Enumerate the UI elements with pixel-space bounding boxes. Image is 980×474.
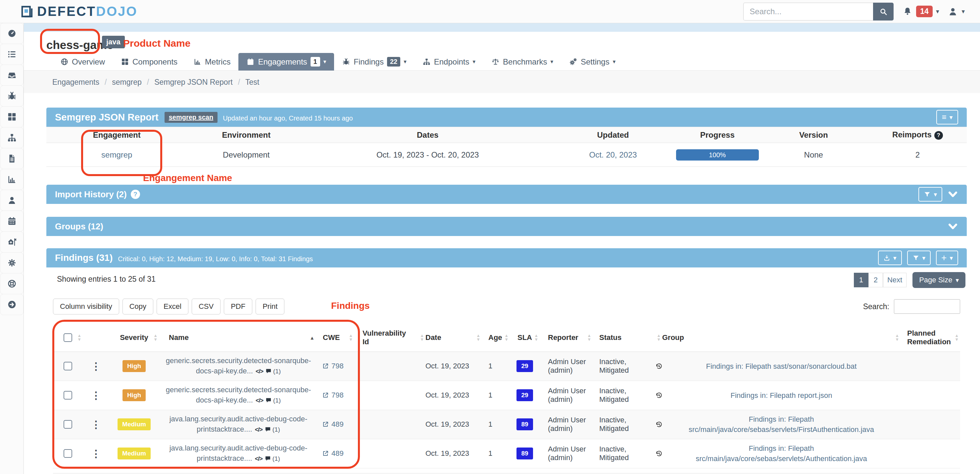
notifications-menu[interactable]: 14 ▾ xyxy=(902,6,939,17)
page-size-button[interactable]: Page Size▾ xyxy=(912,272,966,288)
cwe-link[interactable]: 798 xyxy=(318,362,354,371)
history-icon[interactable] xyxy=(655,450,662,457)
finding-name-link[interactable]: generic.secrets.security.detected-sonarq… xyxy=(166,386,311,394)
history-icon[interactable] xyxy=(655,391,662,399)
sidebar-item-users[interactable] xyxy=(0,190,24,211)
breadcrumb-engagements[interactable]: Engagements xyxy=(52,78,99,87)
report-menu-button[interactable]: ≡▾ xyxy=(936,110,958,124)
next-page-button[interactable]: Next xyxy=(883,273,907,287)
cwe-link[interactable]: 489 xyxy=(318,420,354,429)
tab-endpoints[interactable]: Endpoints▾ xyxy=(415,53,484,70)
sort-icon[interactable]: ▲▼ xyxy=(504,334,509,342)
kebab-menu-icon[interactable]: ⋮ xyxy=(91,361,101,372)
import-history-filter-button[interactable]: ▾ xyxy=(918,187,942,202)
excel-button[interactable]: Excel xyxy=(157,299,188,315)
global-search-button[interactable] xyxy=(873,3,894,21)
sort-icon[interactable]: ▲▼ xyxy=(77,334,81,342)
chevron-down-icon[interactable] xyxy=(948,221,958,232)
tab-components[interactable]: Components xyxy=(113,53,185,70)
sort-icon[interactable]: ▲▼ xyxy=(895,334,899,342)
sidebar-item-settings[interactable] xyxy=(0,252,24,274)
global-search-input[interactable] xyxy=(743,3,873,21)
sort-icon[interactable]: ▲▼ xyxy=(476,334,480,342)
pdf-button[interactable]: PDF xyxy=(224,299,252,315)
col-sla[interactable]: SLA▲▼ xyxy=(510,324,540,352)
help-icon[interactable]: ? xyxy=(131,190,140,199)
sidebar-item-dashboard[interactable] xyxy=(0,23,24,44)
col-status[interactable]: Status▲▼ xyxy=(593,324,662,352)
table-search-input[interactable] xyxy=(894,299,960,314)
group-link[interactable]: Findings in: Filepath sast/sonar/sonarcl… xyxy=(706,362,857,371)
sidebar-item-benchmarks[interactable] xyxy=(0,231,24,253)
updated-link[interactable]: Oct. 20, 2023 xyxy=(589,150,637,159)
sidebar-item-findings[interactable] xyxy=(0,85,24,107)
breadcrumb-semgrep[interactable]: semgrep xyxy=(112,78,142,87)
col-name[interactable]: Name▲ xyxy=(159,324,318,352)
select-all-checkbox[interactable] xyxy=(64,333,72,342)
scan-type-badge[interactable]: semgrep scan xyxy=(165,112,218,123)
sidebar-item-components[interactable] xyxy=(0,106,24,127)
cwe-link[interactable]: 489 xyxy=(318,449,354,458)
import-history-header[interactable]: Import History (2) ? ▾ xyxy=(46,185,967,204)
col-vulnerability-id[interactable]: VulnerabilityId▲▼ xyxy=(354,324,425,352)
tab-benchmarks[interactable]: Benchmarks▾ xyxy=(484,53,561,70)
col-group[interactable]: Group▲▼ xyxy=(662,324,900,352)
breadcrumb-report[interactable]: Semgrep JSON Report xyxy=(154,78,232,87)
sort-icon[interactable]: ▲▼ xyxy=(348,334,353,342)
sidebar-item-inbox[interactable] xyxy=(0,65,24,86)
copy-button[interactable]: Copy xyxy=(123,299,153,315)
sort-icon[interactable]: ▲▼ xyxy=(534,334,538,342)
col-age[interactable]: Age▲▼ xyxy=(482,324,510,352)
history-icon[interactable] xyxy=(655,362,662,370)
page-2-button[interactable]: 2 xyxy=(869,273,883,287)
sort-icon[interactable]: ▲▼ xyxy=(955,334,959,342)
sort-icon[interactable]: ▲▼ xyxy=(153,334,158,342)
kebab-menu-icon[interactable]: ⋮ xyxy=(91,390,101,401)
sort-icon[interactable]: ▲▼ xyxy=(657,334,661,342)
sidebar-item-support[interactable] xyxy=(0,273,24,294)
tab-findings[interactable]: Findings22▾ xyxy=(334,53,415,70)
cwe-link[interactable]: 798 xyxy=(318,391,354,399)
sort-icon[interactable]: ▲▼ xyxy=(420,334,424,342)
groups-header[interactable]: Groups (12) xyxy=(46,217,967,236)
kebab-menu-icon[interactable]: ⋮ xyxy=(91,448,101,459)
sidebar-item-calendar[interactable] xyxy=(0,210,24,232)
finding-name-link[interactable]: java.lang.security.audit.active-debug-co… xyxy=(170,444,307,452)
help-icon[interactable]: ? xyxy=(934,131,943,140)
engagement-link[interactable]: semgrep xyxy=(101,150,132,159)
col-reporter[interactable]: Reporter▲▼ xyxy=(540,324,593,352)
history-icon[interactable] xyxy=(655,420,662,428)
sidebar-item-list[interactable] xyxy=(0,44,24,65)
row-checkbox[interactable] xyxy=(64,362,72,371)
findings-download-button[interactable]: ▾ xyxy=(878,251,902,265)
tab-overview[interactable]: Overview xyxy=(52,53,113,70)
row-checkbox[interactable] xyxy=(64,391,72,399)
chevron-down-icon[interactable] xyxy=(948,189,958,200)
sidebar-item-reports[interactable] xyxy=(0,148,24,169)
finding-name-link[interactable]: java.lang.security.audit.active-debug-co… xyxy=(170,415,307,423)
tab-metrics[interactable]: Metrics xyxy=(185,53,239,70)
findings-filter-button[interactable]: ▾ xyxy=(907,251,931,265)
group-link[interactable]: Findings in: Filepath xyxy=(749,444,814,452)
user-menu[interactable]: ▾ xyxy=(948,6,965,17)
defectdojo-logo[interactable]: DEFECTDOJO xyxy=(20,4,137,19)
tab-engagements[interactable]: Engagements1▾ xyxy=(239,53,334,70)
col-planned-remediation[interactable]: PlannedRemediation▲▼ xyxy=(900,324,960,352)
row-checkbox[interactable] xyxy=(64,449,72,458)
col-cwe[interactable]: CWE▲▼ xyxy=(318,324,354,352)
kebab-menu-icon[interactable]: ⋮ xyxy=(91,419,101,430)
csv-button[interactable]: CSV xyxy=(192,299,221,315)
column-visibility-button[interactable]: Column visibility xyxy=(53,299,119,315)
row-checkbox[interactable] xyxy=(64,420,72,429)
group-link[interactable]: Findings in: Filepath report.json xyxy=(731,391,832,399)
page-1-button[interactable]: 1 xyxy=(854,273,869,287)
sidebar-item-logout[interactable] xyxy=(0,294,24,315)
sidebar-item-endpoints[interactable] xyxy=(0,127,24,148)
group-link[interactable]: Findings in: Filepath xyxy=(749,415,814,423)
finding-name-link[interactable]: generic.secrets.security.detected-sonarq… xyxy=(166,356,311,365)
sidebar-item-metrics[interactable] xyxy=(0,169,24,190)
col-severity[interactable]: Severity▲▼ xyxy=(109,324,159,352)
print-button[interactable]: Print xyxy=(256,299,285,315)
tab-settings[interactable]: Settings▾ xyxy=(561,53,624,70)
sort-asc-icon[interactable]: ▲ xyxy=(310,335,315,340)
